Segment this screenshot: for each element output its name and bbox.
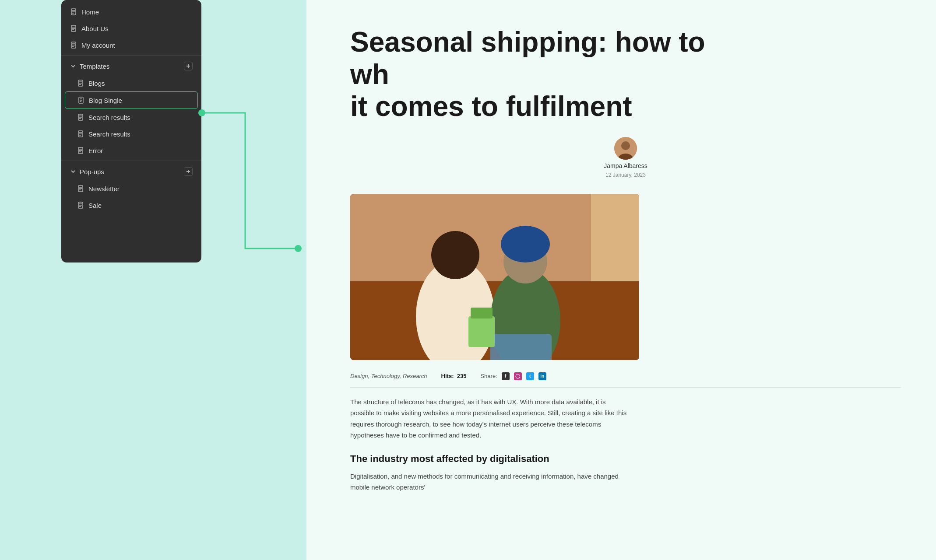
- sidebar-item-my-account[interactable]: My account: [61, 37, 201, 53]
- chevron-down-icon: [70, 168, 76, 175]
- sidebar: Home About Us My account Templates: [61, 0, 201, 262]
- svg-rect-59: [471, 308, 493, 318]
- page-icon: [70, 41, 77, 49]
- svg-point-47: [621, 141, 630, 150]
- linkedin-icon[interactable]: in: [538, 372, 546, 380]
- page-icon: [70, 24, 77, 32]
- sidebar-item-error-label: Error: [88, 147, 103, 154]
- sidebar-item-blog-single-label: Blog Single: [89, 97, 122, 104]
- templates-label: Templates: [80, 63, 109, 70]
- twitter-icon[interactable]: t: [526, 372, 534, 380]
- article-title: Seasonal shipping: how to wh it comes to…: [350, 26, 744, 123]
- svg-rect-58: [468, 316, 495, 347]
- article-meta: Design, Technology, Research Hits: 235 S…: [350, 372, 901, 388]
- sidebar-item-search-results-2[interactable]: Search results: [61, 126, 201, 142]
- sidebar-item-home[interactable]: Home: [61, 4, 201, 20]
- chevron-down-icon: [70, 63, 76, 69]
- popups-label: Pop-ups: [80, 168, 104, 175]
- sidebar-item-home-label: Home: [81, 8, 99, 16]
- templates-section-header[interactable]: Templates: [61, 57, 201, 75]
- page-icon: [77, 185, 84, 192]
- svg-rect-57: [490, 334, 552, 360]
- article-hero-image: [350, 194, 639, 360]
- article-subheading: The industry most affected by digitalisa…: [350, 453, 901, 465]
- sidebar-item-about-us[interactable]: About Us: [61, 20, 201, 37]
- sidebar-item-error[interactable]: Error: [61, 142, 201, 159]
- sidebar-item-search-results-2-label: Search results: [88, 130, 130, 138]
- page-icon: [77, 79, 84, 87]
- page-icon: [77, 96, 84, 104]
- popups-section-header[interactable]: Pop-ups: [61, 163, 201, 180]
- sidebar-item-search-results-1-label: Search results: [88, 114, 130, 121]
- sidebar-item-blog-single[interactable]: Blog Single: [65, 91, 198, 109]
- add-template-button[interactable]: [184, 62, 193, 70]
- page-icon: [77, 130, 84, 138]
- sidebar-item-blogs[interactable]: Blogs: [61, 75, 201, 91]
- author-avatar: [614, 137, 637, 160]
- author-section: Jampa Albaress 12 January, 2023: [350, 137, 901, 178]
- sidebar-item-my-account-label: My account: [81, 42, 115, 49]
- svg-point-56: [501, 226, 550, 262]
- sidebar-item-sale-label: Sale: [88, 202, 102, 209]
- sidebar-item-newsletter[interactable]: Newsletter: [61, 180, 201, 197]
- author-date: 12 January, 2023: [605, 172, 646, 178]
- article-body-1: The structure of telecoms has changed, a…: [350, 396, 630, 441]
- page-icon: [77, 201, 84, 209]
- sidebar-item-newsletter-label: Newsletter: [88, 185, 120, 192]
- article-tags: Design, Technology, Research: [350, 373, 427, 379]
- facebook-icon[interactable]: f: [502, 372, 510, 380]
- article-body-2: Digitalisation, and new methods for comm…: [350, 471, 630, 493]
- page-icon: [77, 113, 84, 121]
- svg-point-53: [431, 231, 479, 279]
- add-popup-button[interactable]: [184, 167, 193, 176]
- page-icon: [77, 147, 84, 154]
- svg-point-45: [295, 245, 302, 252]
- sidebar-item-sale[interactable]: Sale: [61, 197, 201, 214]
- article-share: Share: f ◯ t in: [480, 372, 546, 380]
- article-hits: Hits: 235: [441, 373, 467, 379]
- sidebar-item-about-us-label: About Us: [81, 25, 109, 32]
- article-preview: Seasonal shipping: how to wh it comes to…: [306, 0, 936, 560]
- instagram-icon[interactable]: ◯: [514, 372, 522, 380]
- sidebar-item-blogs-label: Blogs: [88, 80, 105, 87]
- sidebar-item-search-results-1[interactable]: Search results: [61, 109, 201, 126]
- page-icon: [70, 8, 77, 16]
- author-name: Jampa Albaress: [604, 162, 647, 169]
